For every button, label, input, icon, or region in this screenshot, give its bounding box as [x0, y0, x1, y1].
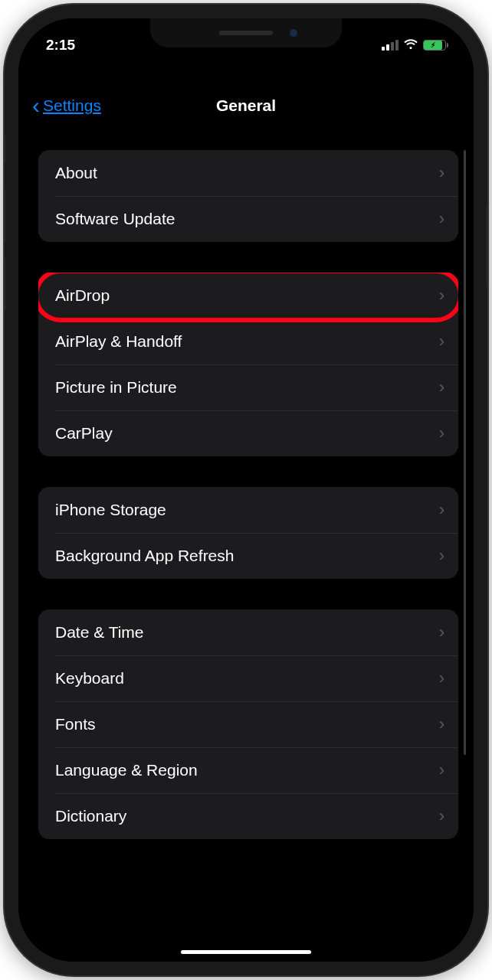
row-label: Fonts — [55, 715, 96, 733]
row-dictionary[interactable]: Dictionary› — [38, 793, 458, 839]
settings-group: About›Software Update› — [38, 150, 458, 242]
status-indicators: ⚡︎ — [382, 37, 446, 54]
row-carplay[interactable]: CarPlay› — [38, 410, 458, 456]
silence-switch[interactable] — [5, 135, 6, 162]
page-title: General — [18, 96, 474, 115]
row-date-time[interactable]: Date & Time› — [38, 609, 458, 655]
row-software-update[interactable]: Software Update› — [38, 196, 458, 242]
device-notch — [150, 18, 342, 47]
chevron-right-icon: › — [439, 163, 444, 183]
screen: 2:15 ⚡︎ ‹ Settings — [18, 18, 474, 962]
row-fonts[interactable]: Fonts› — [38, 701, 458, 747]
navigation-bar: ‹ Settings General — [18, 89, 474, 122]
chevron-right-icon: › — [439, 622, 444, 642]
chevron-right-icon: › — [439, 377, 444, 397]
row-language-region[interactable]: Language & Region› — [38, 747, 458, 793]
row-label: AirPlay & Handoff — [55, 332, 182, 351]
chevron-right-icon: › — [439, 714, 444, 734]
row-label: Language & Region — [55, 761, 198, 779]
cellular-signal-icon — [382, 40, 399, 51]
wifi-icon — [403, 37, 418, 54]
chevron-right-icon: › — [439, 209, 444, 229]
front-camera — [290, 29, 297, 37]
row-iphone-storage[interactable]: iPhone Storage› — [38, 487, 458, 533]
device-frame: 2:15 ⚡︎ ‹ Settings — [5, 5, 487, 975]
row-label: Date & Time — [55, 623, 144, 642]
chevron-right-icon: › — [439, 760, 444, 780]
chevron-right-icon: › — [439, 423, 444, 443]
chevron-right-icon: › — [439, 806, 444, 826]
row-about[interactable]: About› — [38, 150, 458, 196]
content-scroll[interactable]: About›Software Update›AirDrop›AirPlay & … — [18, 150, 474, 942]
settings-group: iPhone Storage›Background App Refresh› — [38, 487, 458, 579]
row-label: iPhone Storage — [55, 501, 166, 519]
row-background-app-refresh[interactable]: Background App Refresh› — [38, 533, 458, 579]
chevron-right-icon: › — [439, 546, 444, 566]
scroll-indicator[interactable] — [464, 150, 466, 755]
row-label: About — [55, 164, 97, 182]
charging-bolt-icon: ⚡︎ — [431, 41, 435, 49]
home-indicator[interactable] — [181, 950, 311, 954]
chevron-right-icon: › — [439, 332, 444, 351]
row-label: CarPlay — [55, 424, 113, 443]
power-button[interactable] — [486, 204, 487, 288]
row-label: Software Update — [55, 210, 175, 228]
row-picture-in-picture[interactable]: Picture in Picture› — [38, 364, 458, 410]
chevron-right-icon: › — [439, 668, 444, 688]
clock: 2:15 — [46, 37, 75, 54]
row-airdrop[interactable]: AirDrop› — [38, 273, 458, 318]
row-label: Keyboard — [55, 669, 124, 688]
row-label: Picture in Picture — [55, 378, 177, 397]
speaker-grille — [219, 31, 273, 35]
volume-down-button[interactable] — [5, 257, 6, 311]
volume-up-button[interactable] — [5, 188, 6, 242]
row-label: Background App Refresh — [55, 547, 234, 565]
chevron-right-icon: › — [439, 500, 444, 520]
settings-group: Date & Time›Keyboard›Fonts›Language & Re… — [38, 609, 458, 839]
row-label: Dictionary — [55, 807, 126, 825]
settings-group: AirDrop›AirPlay & Handoff›Picture in Pic… — [38, 273, 458, 456]
row-label: AirDrop — [55, 286, 110, 305]
row-keyboard[interactable]: Keyboard› — [38, 655, 458, 701]
battery-icon: ⚡︎ — [423, 40, 446, 51]
row-airplay-handoff[interactable]: AirPlay & Handoff› — [38, 318, 458, 364]
chevron-right-icon: › — [439, 286, 444, 305]
